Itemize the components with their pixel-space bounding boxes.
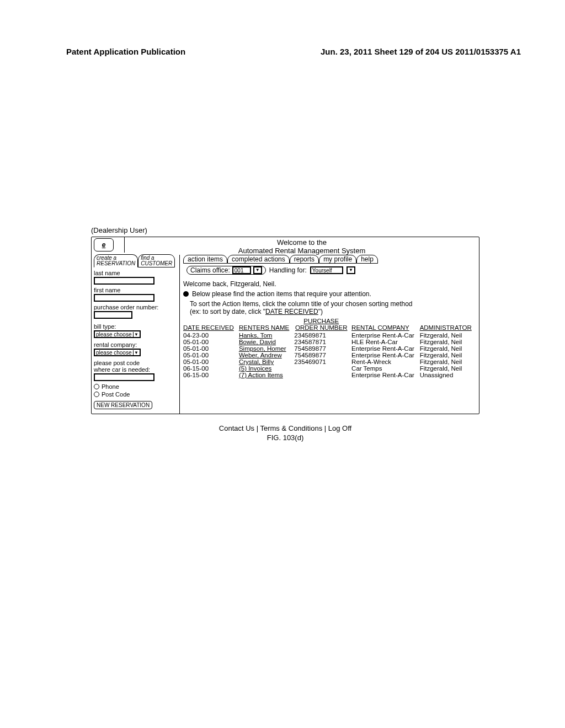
rental-company-select[interactable]: please choose ▼: [94, 349, 141, 356]
logo-icon: e: [94, 238, 114, 251]
bullet-icon: [183, 291, 189, 297]
cell-admin: Fitzgerald, Neil: [420, 339, 477, 345]
cell-name[interactable]: Weber, Andrew: [239, 352, 294, 358]
radio-phone[interactable]: Phone: [94, 383, 177, 390]
cell-company: Rent-A-Wreck: [351, 358, 420, 365]
main-panel: action items completed actions reports m…: [180, 255, 479, 414]
col-date-received[interactable]: DATE RECEIVED: [183, 318, 239, 332]
table-row: 05-01-00Simpson, Homer754589877Enterpris…: [183, 345, 477, 352]
handling-for-input[interactable]: Yourself: [310, 266, 343, 274]
cell-admin: Fitzgerald, Neil: [420, 352, 477, 358]
po-label: purchase order number:: [94, 304, 177, 311]
post-code-input[interactable]: [94, 373, 154, 381]
new-reservation-button[interactable]: NEW RESERVATION: [94, 401, 152, 409]
cell-admin: Fitzgerald, Neil: [420, 365, 477, 372]
table-row: 06-15-00(5) InvoicesCar TempsFitzgerald,…: [183, 365, 477, 372]
radio-phone-label: Phone: [102, 383, 119, 390]
document-header: Patent Application Publication Jun. 23, …: [0, 47, 565, 56]
cell-name[interactable]: Bowie, David: [239, 339, 294, 345]
cell-po: 234587871: [294, 339, 351, 345]
claims-office-filter: Claims office: 001 ▼: [186, 266, 266, 275]
cell-date: 06-15-00: [183, 365, 239, 372]
cell-po: 754589877: [294, 345, 351, 352]
table-row: 05-01-00Crystal, Billy235469071Rent-A-Wr…: [183, 358, 477, 365]
user-role-label: (Dealership User): [91, 226, 479, 234]
tab-completed-actions[interactable]: completed actions: [227, 255, 290, 264]
cell-po: 754589877: [294, 352, 351, 358]
figure-label: FIG. 103(d): [91, 433, 479, 442]
first-name-label: first name: [94, 287, 177, 293]
rental-company-label: rental company:: [94, 341, 177, 348]
cell-po: [294, 365, 351, 372]
sidebar: create a RESERVATION find a CUSTOMER las…: [92, 255, 180, 414]
chevron-down-icon[interactable]: ▼: [253, 266, 262, 274]
chevron-down-icon[interactable]: ▼: [347, 266, 355, 274]
cell-company: Enterprise Rent-A-Car: [351, 332, 420, 339]
table-row: 06-15-00(7) Action ItemsEnterprise Rent-…: [183, 372, 477, 378]
radio-icon: [94, 392, 99, 397]
col-administrator[interactable]: ADMINISTRATOR: [420, 318, 477, 332]
table-row: 05-01-00Bowie, David234587871HLE Rent-A-…: [183, 339, 477, 345]
tab-my-profile[interactable]: my profile: [319, 255, 356, 264]
col-renters-name[interactable]: RENTERS NAME: [239, 318, 294, 332]
cell-po: [294, 372, 351, 378]
sort-hint: To sort the Action Items, click the colu…: [190, 300, 477, 315]
cell-company: Enterprise Rent-A-Car: [351, 352, 420, 358]
tab-action-items[interactable]: action items: [183, 255, 227, 264]
cell-name[interactable]: (7) Action Items: [239, 372, 294, 378]
cell-admin: Fitzgerald, Neil: [420, 345, 477, 352]
tab-help[interactable]: help: [356, 255, 378, 264]
publication-meta: Jun. 23, 2011 Sheet 129 of 204 US 2011/0…: [321, 47, 521, 56]
tab-create-reservation[interactable]: create a RESERVATION: [94, 254, 138, 267]
cell-name[interactable]: Crystal, Billy: [239, 358, 294, 365]
welcome-block: Welcome to the Automated Rental Manageme…: [125, 237, 479, 255]
tab-reports[interactable]: reports: [290, 255, 319, 264]
first-name-input[interactable]: [94, 294, 154, 302]
cell-company: Enterprise Rent-A-Car: [351, 345, 420, 352]
cell-name[interactable]: Hanks, Tom: [239, 332, 294, 339]
col-purchase-order[interactable]: PURCHASE ORDER NUMBER: [294, 318, 351, 332]
table-row: 05-01-00Weber, Andrew754589877Enterprise…: [183, 352, 477, 358]
cell-date: 05-01-00: [183, 345, 239, 352]
publication-label: Patent Application Publication: [66, 47, 185, 56]
col-rental-company[interactable]: RENTAL COMPANY: [351, 318, 420, 332]
chevron-down-icon: ▼: [133, 350, 140, 355]
cell-date: 04-23-00: [183, 332, 239, 339]
claims-office-label: Claims office:: [190, 266, 230, 274]
cell-admin: Unassigned: [420, 372, 477, 378]
cell-date: 06-15-00: [183, 372, 239, 378]
claims-office-input[interactable]: 001: [232, 266, 251, 274]
cell-company: Enterprise Rent-A-Car: [351, 372, 420, 378]
cell-admin: Fitzgerald, Neil: [420, 332, 477, 339]
table-row: 04-23-00Hanks, Tom234589871Enterprise Re…: [183, 332, 477, 339]
tab-find-customer[interactable]: find a CUSTOMER: [138, 254, 175, 267]
cell-admin: Fitzgerald, Neil: [420, 358, 477, 365]
radio-post-code[interactable]: Post Code: [94, 391, 177, 398]
last-name-label: last name: [94, 270, 177, 276]
footer-links[interactable]: Contact Us | Terms & Conditions | Log Of…: [91, 424, 479, 432]
cell-date: 05-01-00: [183, 339, 239, 345]
cell-date: 05-01-00: [183, 352, 239, 358]
chevron-down-icon: ▼: [133, 332, 140, 337]
post-code-label: please post code where car is needed:: [94, 360, 177, 373]
bill-type-select[interactable]: please choose ▼: [94, 330, 141, 338]
welcome-line1: Welcome to the: [125, 238, 479, 247]
cell-company: Car Temps: [351, 365, 420, 372]
cell-date: 05-01-00: [183, 358, 239, 365]
po-input[interactable]: [94, 311, 132, 319]
radio-icon: [94, 384, 99, 389]
cell-name[interactable]: (5) Invoices: [239, 365, 294, 372]
app-frame: e Welcome to the Automated Rental Manage…: [91, 237, 479, 414]
sort-example-link[interactable]: DATE RECEIVED: [265, 308, 318, 315]
cell-po: 235469071: [294, 358, 351, 365]
handling-for-label: Handling for:: [269, 266, 307, 274]
cell-name[interactable]: Simpson, Homer: [239, 345, 294, 352]
radio-post-code-label: Post Code: [102, 391, 130, 398]
cell-po: 234589871: [294, 332, 351, 339]
last-name-input[interactable]: [94, 277, 154, 285]
logo-cell: e: [92, 237, 125, 253]
info-line-text: Below please find the action items that …: [192, 290, 371, 298]
cell-company: HLE Rent-A-Car: [351, 339, 420, 345]
welcome-back-text: Welcome back, Fitzgerald, Neil.: [183, 280, 477, 288]
welcome-line2: Automated Rental Management System: [125, 247, 479, 255]
